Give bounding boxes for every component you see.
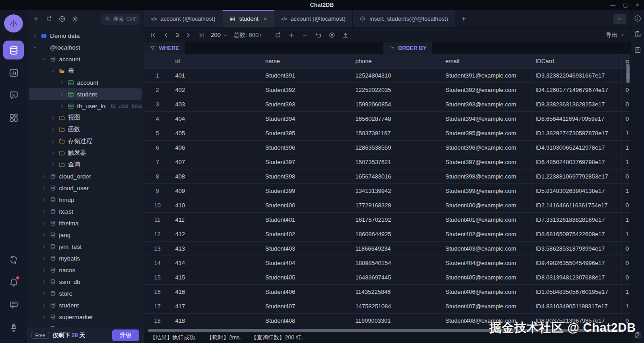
cell-phone[interactable]: 14758251084 [351,299,441,313]
cell-id[interactable]: 405 [171,126,261,140]
notes-icon[interactable] [634,331,642,339]
cell-name[interactable]: Student397 [261,155,351,169]
column-header-name[interactable]: name [261,54,351,68]
cell-idcard[interactable]: ID4.8310349051198317e17 [531,299,621,313]
cell-id[interactable]: 417 [171,299,261,313]
preview-icon[interactable] [328,32,336,39]
history-icon[interactable] [634,30,642,38]
cell-email[interactable]: Student394@example.com [441,112,531,126]
cell-phone[interactable]: 12524804310 [351,69,441,82]
cell-id[interactable]: 401 [171,69,261,82]
cell-idcard[interactable]: ID8.681650975422609e17 [531,227,621,241]
cell-idcard[interactable]: ID1.3829274730597878e17 [531,126,621,140]
chevron-right-icon[interactable] [41,279,47,284]
cell-phone[interactable]: 16567483016 [351,169,441,183]
cell-gender[interactable]: 0 [621,97,630,111]
tree-item-account[interactable]: account [29,53,142,65]
column-header-phone[interactable]: phone [351,54,441,68]
page-size-select[interactable]: 200 [211,32,228,38]
cell-email[interactable]: Student392@example.com [441,83,531,97]
cell-email[interactable]: Student403@example.com [441,242,531,256]
tree-item-partial[interactable] [29,323,142,327]
cell-name[interactable]: Student403 [261,242,351,256]
sort-icon[interactable] [375,54,441,68]
cell-gender[interactable]: 0 [621,169,630,183]
cell-idcard[interactable]: ID2.1416466116361754e17 [531,198,621,212]
nav-dashboard[interactable] [3,63,24,82]
cell-idcard[interactable]: ID1.2238810697792853e17 [531,169,621,183]
cell-idcard[interactable]: ID8.338236313628253e17 [531,97,621,111]
column-header-idcard[interactable]: IDCard [531,54,621,68]
cell-gender[interactable]: 0 [621,256,630,270]
sort-icon[interactable] [283,54,351,68]
order-by-button[interactable]: ORDER BY [383,42,432,54]
sort-icon[interactable] [463,54,531,68]
horizontal-scrollbar[interactable] [144,328,630,333]
cell-gender[interactable]: 1 [621,213,630,227]
cell-phone[interactable]: 12863538559 [351,141,441,155]
cell-phone[interactable]: 16483697445 [351,270,441,284]
cell-email[interactable]: Student391@example.com [441,69,531,82]
cell-phone[interactable]: 12252022035 [351,83,441,97]
cell-idcard[interactable]: ID9.498263550454996e17 [531,256,621,270]
cell-idcard[interactable]: ID8.656441169470959e17 [531,112,621,126]
cell-gender[interactable]: 1 [621,285,630,299]
tree-item-查询[interactable]: 查询 [29,159,142,170]
tree-item-函数[interactable]: 函数 [29,123,142,135]
cell-gender[interactable]: 0 [621,112,630,126]
chevron-right-icon[interactable] [41,197,47,202]
order-by-input[interactable] [432,42,630,54]
chevron-right-icon[interactable] [41,209,47,214]
column-header-num[interactable] [144,54,171,68]
cell-idcard[interactable]: ID3.586285318793994e17 [531,242,621,256]
cell-email[interactable]: Student405@example.com [441,270,531,284]
chevron-right-icon[interactable] [41,303,47,308]
tree-item-mybatis[interactable]: mybatis [29,252,142,264]
cell-phone[interactable]: 11866649234 [351,242,441,256]
cell-name[interactable]: Student400 [261,198,351,212]
tree-item-store[interactable]: store [29,288,142,299]
remove-row-icon[interactable] [301,32,308,39]
column-header-email[interactable]: email [441,54,531,68]
nav-chat[interactable] [3,86,24,105]
vertical-scrollbar[interactable] [626,64,630,83]
cell-email[interactable]: Student396@example.com [441,141,531,155]
cell-gender[interactable]: 1 [621,126,630,140]
where-button[interactable]: WHERE [144,42,185,54]
cell-name[interactable]: Student393 [261,97,351,111]
nav-feedback[interactable] [3,295,24,314]
cell-name[interactable]: Student399 [261,184,351,198]
cell-idcard[interactable]: ID4.910300652412978e17 [531,141,621,155]
tree-item-@localhost[interactable]: @localhost [29,41,142,53]
cell-id[interactable]: 410 [171,198,261,212]
tree-item-jang[interactable]: jang [29,229,142,241]
cell-id[interactable]: 402 [171,83,261,97]
export-button[interactable]: 导出 [606,31,625,39]
tree-item-cloud_order[interactable]: cloud_order [29,170,142,182]
close-icon[interactable]: ✕ [635,3,639,8]
chevron-right-icon[interactable] [59,80,65,85]
chevron-right-icon[interactable] [59,104,65,109]
tree-item-itcast[interactable]: itcast [29,206,142,217]
tree-item-student[interactable]: student [29,299,142,311]
scrollbar-thumb[interactable] [148,329,624,332]
maximize-icon[interactable]: ▢ [623,3,627,8]
cell-name[interactable]: Student391 [261,69,351,82]
cell-email[interactable]: Student393@example.com [441,97,531,111]
nav-database[interactable] [3,41,24,59]
cell-phone[interactable]: 13413139942 [351,184,441,198]
user-avatar[interactable]: 小 [4,14,23,32]
tree-item-tb_user_local[interactable]: tb_user_localtb_user_loca [29,100,142,112]
search-input[interactable]: 搜索 CtrlF [101,14,140,25]
cell-name[interactable]: Student394 [261,112,351,126]
cell-gender[interactable]: 1 [621,299,630,313]
cell-id[interactable]: 414 [171,256,261,270]
gear-icon[interactable] [72,15,79,23]
cell-name[interactable]: Student406 [261,285,351,299]
cell-name[interactable]: Student404 [261,256,351,270]
tree-item-ssm_db[interactable]: ssm_db [29,276,142,288]
cell-gender[interactable]: 1 [621,184,630,198]
chevron-right-icon[interactable] [41,244,47,249]
cell-idcard[interactable]: ID1.0584835056760195e17 [531,285,621,299]
refresh-icon[interactable] [45,15,53,23]
